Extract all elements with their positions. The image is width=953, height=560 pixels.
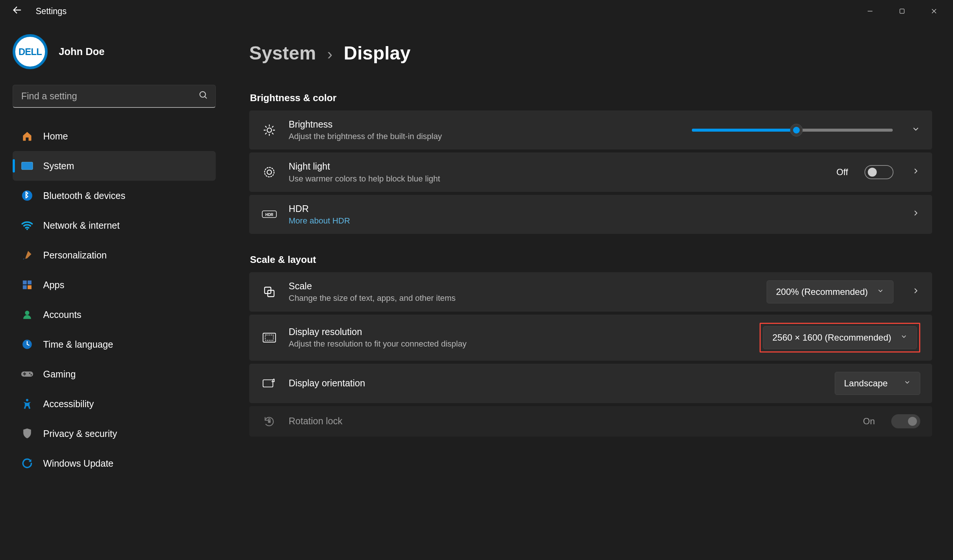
system-icon [21,160,34,172]
svg-line-29 [265,126,267,127]
chevron-right-icon[interactable] [911,167,920,178]
sidebar-item-apps[interactable]: Apps [12,270,216,300]
sidebar-item-label: Home [43,131,68,142]
orientation-title: Display orientation [289,377,824,389]
sidebar-item-gaming[interactable]: Gaming [12,359,216,389]
sidebar-item-bluetooth[interactable]: Bluetooth & devices [12,181,216,211]
shield-icon [21,427,34,440]
svg-line-31 [265,133,267,134]
night-light-row[interactable]: Night light Use warmer colors to help bl… [249,152,932,191]
svg-rect-2 [900,9,904,13]
sidebar-item-label: Accounts [43,309,81,320]
night-light-toggle[interactable] [865,165,894,179]
user-name: John Doe [59,46,104,57]
chevron-right-icon[interactable] [911,209,920,220]
svg-point-24 [267,128,272,132]
sidebar-item-home[interactable]: Home [12,121,216,151]
back-button[interactable] [9,5,25,18]
svg-rect-41 [263,380,273,387]
close-button[interactable] [918,0,950,22]
sidebar-nav: Home System Bluetooth & devices Network … [12,121,216,478]
sidebar-item-label: Privacy & security [43,428,117,439]
rotation-lock-state: On [863,416,875,427]
sidebar-item-personalization[interactable]: Personalization [12,240,216,270]
resolution-highlight: 2560 × 1600 (Recommended) [760,323,920,352]
wifi-icon [21,219,34,232]
svg-point-6 [200,92,205,97]
chevron-down-icon [900,333,908,342]
svg-rect-42 [268,420,270,423]
scale-dropdown[interactable]: 200% (Recommended) [767,280,894,303]
clock-globe-icon [21,338,34,351]
avatar: DELL [12,34,48,69]
breadcrumb-parent[interactable]: System [249,42,316,64]
resolution-dropdown[interactable]: 2560 × 1600 (Recommended) [763,326,917,349]
search-input[interactable] [20,90,198,102]
svg-rect-15 [28,285,32,289]
resolution-subtitle: Adjust the resolution to fit your connec… [289,339,748,349]
sidebar-item-accounts[interactable]: Accounts [12,300,216,329]
night-light-icon [261,166,278,178]
orientation-dropdown[interactable]: Landscape [835,372,920,395]
minimize-button[interactable] [854,0,886,22]
bluetooth-icon [21,189,34,202]
scale-icon [261,285,278,298]
sidebar: DELL John Doe Home System Bluetooth & de [0,22,228,560]
search-box[interactable] [12,85,216,108]
section-title-scale: Scale & layout [250,254,932,265]
resolution-value: 2560 × 1600 (Recommended) [772,332,891,343]
orientation-row[interactable]: Display orientation Landscape [249,364,932,403]
maximize-button[interactable] [886,0,918,22]
scale-value: 200% (Recommended) [776,287,868,297]
svg-point-20 [31,374,32,375]
sidebar-item-label: Gaming [43,369,76,380]
update-icon [21,457,34,470]
apps-icon [21,279,34,291]
app-title: Settings [36,6,67,16]
chevron-down-icon[interactable] [911,124,920,136]
dell-logo-icon: DELL [16,38,44,65]
chevron-right-icon[interactable] [911,286,920,298]
svg-point-19 [29,372,31,374]
sidebar-item-accessibility[interactable]: Accessibility [12,389,216,419]
hdr-row[interactable]: HDR HDR More about HDR [249,195,932,234]
sidebar-item-label: Network & internet [43,220,120,231]
resolution-row[interactable]: Display resolution Adjust the resolution… [249,315,932,361]
svg-point-23 [26,399,29,402]
brightness-title: Brightness [289,119,442,130]
brightness-subtitle: Adjust the brightness of the built-in di… [289,132,442,141]
account-block[interactable]: DELL John Doe [12,34,216,69]
orientation-value: Landscape [844,378,888,389]
sidebar-item-network[interactable]: Network & internet [12,211,216,240]
chevron-down-icon [877,287,884,296]
svg-rect-40 [265,335,273,340]
home-icon [21,130,34,143]
sidebar-item-label: Windows Update [43,458,113,469]
hdr-link[interactable]: More about HDR [289,216,900,226]
sidebar-item-system[interactable]: System [12,151,216,181]
resolution-icon [261,332,278,343]
night-light-state: Off [836,167,848,177]
sidebar-item-privacy[interactable]: Privacy & security [12,419,216,448]
svg-text:DELL: DELL [19,47,42,57]
sidebar-item-windows-update[interactable]: Windows Update [12,448,216,478]
brightness-slider[interactable] [692,129,893,132]
resolution-title: Display resolution [289,326,748,338]
sidebar-item-label: System [43,161,74,171]
section-title-brightness: Brightness & color [250,92,932,104]
svg-rect-8 [22,162,33,169]
sidebar-item-time-language[interactable]: Time & language [12,329,216,359]
paintbrush-icon [21,249,34,261]
sun-icon [261,124,278,137]
minimize-icon [866,7,874,15]
svg-point-34 [264,168,274,177]
accessibility-icon [21,397,34,410]
rotation-lock-title: Rotation lock [289,415,852,427]
svg-line-7 [205,96,206,98]
svg-rect-12 [23,280,27,284]
sidebar-item-label: Bluetooth & devices [43,191,125,201]
brightness-row[interactable]: Brightness Adjust the brightness of the … [249,110,932,149]
scale-row[interactable]: Scale Change the size of text, apps, and… [249,272,932,312]
chevron-right-icon: › [327,45,332,63]
svg-rect-39 [263,333,276,342]
